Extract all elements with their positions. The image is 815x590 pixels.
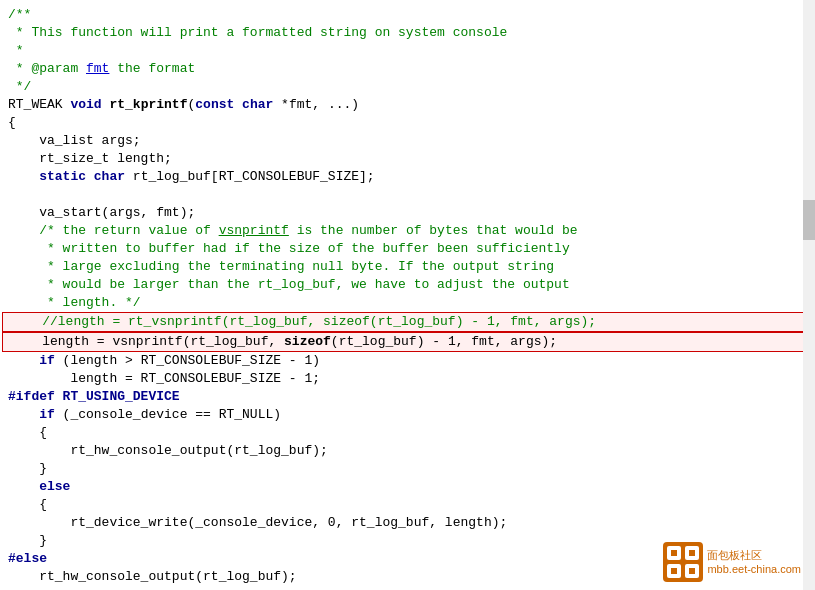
code-text: #ifdef RT_USING_DEVICE [8,388,180,406]
code-text: va_list args; [8,132,141,150]
code-line: rt_device_write(_console_device, 0, rt_l… [0,514,815,532]
code-text: { [8,114,16,132]
code-text: rt_hw_console_output(rt_log_buf); [8,442,328,460]
code-line: RT_WEAK void rt_kprintf(const char *fmt,… [0,96,815,114]
code-text: rt_hw_console_output(rt_log_buf); [8,568,297,586]
code-text: } [8,460,47,478]
code-line: if (_console_device == RT_NULL) [0,406,815,424]
code-text: fmt [86,60,109,78]
watermark-line2: mbb.eet-china.com [707,562,801,576]
scrollbar-track [803,0,815,590]
svg-rect-6 [689,550,695,556]
code-line: else [0,478,815,496]
code-line: { [0,424,815,442]
code-line: * @param fmt the format [0,60,815,78]
code-line: * written to buffer had if the size of t… [0,240,815,258]
code-text: */ [8,78,31,96]
code-text: (_console_device == RT_NULL) [55,406,281,424]
code-text: if [8,406,55,424]
highlighted-line-2: length = vsnprintf(rt_log_buf, sizeof(rt… [2,332,813,352]
code-line: rt_hw_console_output(rt_log_buf); [0,442,815,460]
code-text: ( [187,96,195,114]
svg-rect-5 [671,550,677,556]
code-container: /** * This function will print a formatt… [0,0,815,590]
highlighted-line-1: //length = rt_vsnprintf(rt_log_buf, size… [2,312,813,332]
code-text: * written to buffer had if the size of t… [8,240,570,258]
code-line: * length. */ [0,294,815,312]
watermark-text: 面包板社区 mbb.eet-china.com [707,548,801,577]
code-line: va_start(args, fmt); [0,204,815,222]
code-line: va_list args; [0,132,815,150]
code-text: (rt_log_buf) - 1, fmt, args); [331,333,557,351]
code-text: length = RT_CONSOLEBUF_SIZE - 1; [8,370,320,388]
code-text: * This function will print a formatted s… [8,24,507,42]
code-line: { [0,496,815,514]
code-text: rt_device_write(_console_device, 0, rt_l… [8,514,507,532]
code-text [8,186,16,204]
code-text: *fmt, ...) [273,96,359,114]
code-line: /** [0,6,815,24]
code-text: else [8,478,70,496]
code-line: } [0,460,815,478]
code-text: * would be larger than the rt_log_buf, w… [8,276,570,294]
code-text: { [8,424,47,442]
code-text: #else [8,550,47,568]
code-text: * large excluding the terminating null b… [8,258,554,276]
code-line: static char rt_log_buf[RT_CONSOLEBUF_SIZ… [0,168,815,186]
code-line: * large excluding the terminating null b… [0,258,815,276]
scrollbar-thumb[interactable] [803,200,815,240]
code-text: length = vsnprintf(rt_log_buf, [11,333,284,351]
code-text: RT_WEAK [8,96,70,114]
code-line: #ifdef RT_USING_DEVICE [0,388,815,406]
code-text: if [8,352,55,370]
code-text: (length > RT_CONSOLEBUF_SIZE - 1) [55,352,320,370]
watermark-line1: 面包板社区 [707,548,801,562]
code-text: * length. */ [8,294,141,312]
watermark-logo-icon [663,542,703,582]
code-text: vsnprintf [219,222,289,240]
code-line: if (length > RT_CONSOLEBUF_SIZE - 1) [0,352,815,370]
code-line: length = RT_CONSOLEBUF_SIZE - 1; [0,370,815,388]
code-text: static char [8,168,125,186]
code-text: rt_size_t length; [8,150,172,168]
code-text: * [8,42,24,60]
svg-rect-8 [689,568,695,574]
code-text: void [70,96,101,114]
code-text: * @param [8,60,86,78]
code-line: */ [0,78,815,96]
code-text: const char [195,96,273,114]
code-text: /* the return value of [8,222,219,240]
code-line [0,186,815,204]
code-line: * This function will print a formatted s… [0,24,815,42]
code-text: va_start(args, fmt); [8,204,195,222]
code-line: * would be larger than the rt_log_buf, w… [0,276,815,294]
code-text: { [8,496,47,514]
code-text: //length = rt_vsnprintf(rt_log_buf, size… [11,313,596,331]
code-text: sizeof [284,333,331,351]
code-text: is the number of bytes that would be [289,222,578,240]
code-line: { [0,114,815,132]
code-line: * [0,42,815,60]
code-text: rt_kprintf [109,96,187,114]
watermark: 面包板社区 mbb.eet-china.com [663,542,801,582]
svg-rect-7 [671,568,677,574]
code-line: /* the return value of vsnprintf is the … [0,222,815,240]
code-text [102,96,110,114]
code-text: } [8,532,47,550]
code-text: rt_log_buf[RT_CONSOLEBUF_SIZE]; [125,168,375,186]
code-line: rt_size_t length; [0,150,815,168]
code-text: the format [109,60,195,78]
code-text: /** [8,6,31,24]
